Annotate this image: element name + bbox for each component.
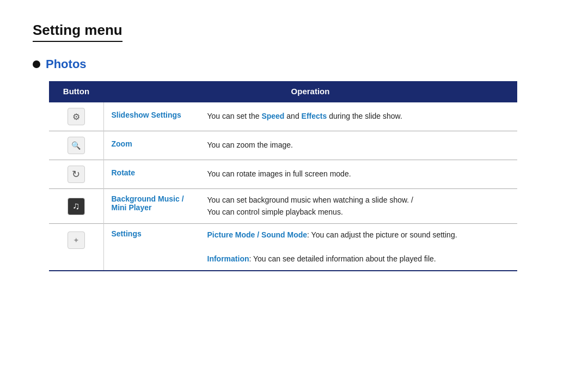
settings-line2: Information: You can see detailed inform…	[207, 253, 457, 265]
table-row: ↻ Rotate You can rotate images in full s…	[49, 160, 517, 189]
slideshow-label-col: Slideshow Settings	[112, 111, 199, 123]
settings-table: Button Operation ⚙ Slideshow Settings Yo…	[49, 81, 517, 271]
settings-row-inner: Settings Picture Mode / Sound Mode: You …	[112, 229, 510, 265]
operation-cell-rotate: Rotate You can rotate images in full scr…	[103, 160, 517, 189]
section-header: Photos	[33, 57, 555, 71]
button-cell-zoom: 🔍	[49, 131, 103, 160]
zoom-icon: 🔍	[68, 137, 85, 154]
settings-icon: ✦	[68, 231, 85, 249]
bgmusic-row-inner: Background Music / Mini Player You can s…	[112, 194, 510, 218]
table-row: 🔍 Zoom You can zoom the image.	[49, 131, 517, 160]
rotate-operation: You can rotate images in full screen mod…	[207, 168, 351, 180]
bgmusic-label-col: Background Music / Mini Player	[112, 194, 199, 218]
slideshow-operation: You can set the Speed and Effects during…	[207, 111, 402, 123]
effects-highlight: Effects	[302, 112, 327, 120]
col-header-button: Button	[49, 81, 103, 102]
information-label: Information	[207, 254, 249, 263]
operation-cell-slideshow: Slideshow Settings You can set the Speed…	[103, 102, 517, 131]
rotate-row-inner: Rotate You can rotate images in full scr…	[112, 168, 510, 180]
bullet-icon	[33, 60, 40, 68]
table-header-row: Button Operation	[49, 81, 517, 102]
operation-cell-bgmusic: Background Music / Mini Player You can s…	[103, 189, 517, 224]
miniplayer-label: Mini Player	[112, 203, 152, 212]
page-title: Setting menu	[33, 22, 122, 42]
slideshow-row-inner: Slideshow Settings You can set the Speed…	[112, 111, 510, 123]
rotate-label-col: Rotate	[112, 168, 199, 180]
col-header-operation: Operation	[103, 81, 517, 102]
speed-highlight: Speed	[261, 112, 284, 120]
operation-cell-settings: Settings Picture Mode / Sound Mode: You …	[103, 224, 517, 271]
zoom-row-inner: Zoom You can zoom the image.	[112, 139, 510, 151]
slideshow-label: Slideshow Settings	[112, 111, 181, 119]
button-cell-settings: ✦	[49, 224, 103, 271]
settings-line1: Picture Mode / Sound Mode: You can adjus…	[207, 229, 457, 241]
picture-mode-label: Picture Mode / Sound Mode	[207, 230, 308, 239]
slideshow-icon: ⚙	[68, 108, 85, 125]
bgmusic-label: Background Music /	[112, 194, 184, 203]
section-title: Photos	[46, 57, 87, 71]
zoom-label-col: Zoom	[112, 139, 199, 151]
button-cell-slideshow: ⚙	[49, 102, 103, 131]
table-row: ✦ Settings Picture Mode / Sound Mode: Yo…	[49, 224, 517, 271]
button-cell-bgmusic: ♫	[49, 189, 103, 224]
table-row: ⚙ Slideshow Settings You can set the Spe…	[49, 102, 517, 131]
button-cell-rotate: ↻	[49, 160, 103, 189]
rotate-label: Rotate	[112, 168, 136, 177]
bgmusic-icon: ♫	[68, 198, 85, 215]
bgmusic-operation: You can set background music when watchi…	[207, 194, 414, 218]
settings-operation: Picture Mode / Sound Mode: You can adjus…	[207, 229, 457, 265]
table-row: ♫ Background Music / Mini Player You can…	[49, 189, 517, 224]
rotate-icon: ↻	[68, 166, 85, 183]
settings-label-col: Settings	[112, 229, 199, 265]
operation-cell-zoom: Zoom You can zoom the image.	[103, 131, 517, 160]
settings-label: Settings	[112, 229, 142, 238]
zoom-operation: You can zoom the image.	[207, 139, 293, 151]
zoom-label: Zoom	[112, 139, 132, 148]
